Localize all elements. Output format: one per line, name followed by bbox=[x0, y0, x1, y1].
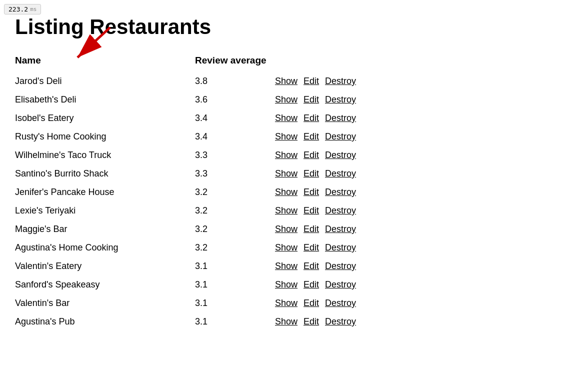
show-link[interactable]: Show bbox=[275, 242, 298, 253]
restaurant-name: Wilhelmine's Taco Truck bbox=[15, 146, 195, 164]
show-link[interactable]: Show bbox=[275, 224, 298, 234]
destroy-link[interactable]: Destroy bbox=[325, 94, 356, 105]
restaurant-actions: ShowEditDestroy bbox=[275, 220, 547, 238]
show-link[interactable]: Show bbox=[275, 280, 298, 290]
restaurant-name: Valentin's Bar bbox=[15, 294, 195, 312]
performance-badge: 223.2 ms bbox=[4, 4, 41, 14]
restaurant-name: Jarod's Deli bbox=[15, 72, 195, 90]
restaurant-actions: ShowEditDestroy bbox=[275, 257, 547, 276]
edit-link[interactable]: Edit bbox=[304, 280, 319, 290]
restaurant-review-average: 3.2 bbox=[195, 238, 275, 257]
restaurant-review-average: 3.6 bbox=[195, 90, 275, 109]
edit-link[interactable]: Edit bbox=[304, 261, 319, 272]
edit-link[interactable]: Edit bbox=[304, 206, 319, 216]
table-row: Agustina's Home Cooking3.2ShowEditDestro… bbox=[15, 238, 547, 257]
restaurant-review-average: 3.1 bbox=[195, 257, 275, 276]
table-row: Jenifer's Pancake House3.2ShowEditDestro… bbox=[15, 183, 547, 202]
table-row: Wilhelmine's Taco Truck3.3ShowEditDestro… bbox=[15, 146, 547, 164]
restaurant-actions: ShowEditDestroy bbox=[275, 146, 547, 164]
edit-link[interactable]: Edit bbox=[304, 94, 319, 105]
restaurant-review-average: 3.1 bbox=[195, 312, 275, 331]
restaurant-actions: ShowEditDestroy bbox=[275, 202, 547, 220]
destroy-link[interactable]: Destroy bbox=[325, 280, 356, 290]
show-link[interactable]: Show bbox=[275, 206, 298, 216]
restaurant-actions: ShowEditDestroy bbox=[275, 312, 547, 331]
table-row: Maggie's Bar3.2ShowEditDestroy bbox=[15, 220, 547, 238]
column-header-review: Review average bbox=[195, 51, 275, 72]
edit-link[interactable]: Edit bbox=[304, 150, 319, 160]
table-row: Lexie's Teriyaki3.2ShowEditDestroy bbox=[15, 202, 547, 220]
destroy-link[interactable]: Destroy bbox=[325, 187, 356, 198]
show-link[interactable]: Show bbox=[275, 298, 298, 308]
edit-link[interactable]: Edit bbox=[304, 168, 319, 179]
show-link[interactable]: Show bbox=[275, 150, 298, 160]
show-link[interactable]: Show bbox=[275, 316, 298, 327]
table-row: Santino's Burrito Shack3.3ShowEditDestro… bbox=[15, 164, 547, 183]
perf-value: 223.2 bbox=[8, 6, 28, 13]
table-row: Sanford's Speakeasy3.1ShowEditDestroy bbox=[15, 276, 547, 294]
column-header-name: Name bbox=[15, 51, 195, 72]
show-link[interactable]: Show bbox=[275, 187, 298, 198]
restaurant-actions: ShowEditDestroy bbox=[275, 294, 547, 312]
show-link[interactable]: Show bbox=[275, 76, 298, 86]
destroy-link[interactable]: Destroy bbox=[325, 298, 356, 308]
show-link[interactable]: Show bbox=[275, 168, 298, 179]
edit-link[interactable]: Edit bbox=[304, 187, 319, 198]
edit-link[interactable]: Edit bbox=[304, 224, 319, 234]
destroy-link[interactable]: Destroy bbox=[325, 316, 356, 327]
table-row: Rusty's Home Cooking3.4ShowEditDestroy bbox=[15, 128, 547, 146]
restaurant-name: Maggie's Bar bbox=[15, 220, 195, 238]
destroy-link[interactable]: Destroy bbox=[325, 113, 356, 124]
table-row: Agustina's Pub3.1ShowEditDestroy bbox=[15, 312, 547, 331]
show-link[interactable]: Show bbox=[275, 261, 298, 272]
restaurant-actions: ShowEditDestroy bbox=[275, 109, 547, 128]
restaurant-actions: ShowEditDestroy bbox=[275, 90, 547, 109]
destroy-link[interactable]: Destroy bbox=[325, 224, 356, 234]
restaurant-actions: ShowEditDestroy bbox=[275, 238, 547, 257]
edit-link[interactable]: Edit bbox=[304, 242, 319, 253]
destroy-link[interactable]: Destroy bbox=[325, 261, 356, 272]
table-row: Valentin's Bar3.1ShowEditDestroy bbox=[15, 294, 547, 312]
restaurant-review-average: 3.1 bbox=[195, 294, 275, 312]
restaurant-name: Valentin's Eatery bbox=[15, 257, 195, 276]
restaurant-actions: ShowEditDestroy bbox=[275, 72, 547, 90]
show-link[interactable]: Show bbox=[275, 113, 298, 124]
restaurant-actions: ShowEditDestroy bbox=[275, 128, 547, 146]
show-link[interactable]: Show bbox=[275, 94, 298, 105]
restaurant-review-average: 3.4 bbox=[195, 109, 275, 128]
restaurant-name: Agustina's Home Cooking bbox=[15, 238, 195, 257]
edit-link[interactable]: Edit bbox=[304, 113, 319, 124]
restaurant-name: Sanford's Speakeasy bbox=[15, 276, 195, 294]
edit-link[interactable]: Edit bbox=[304, 76, 319, 86]
table-row: Elisabeth's Deli3.6ShowEditDestroy bbox=[15, 90, 547, 109]
restaurant-review-average: 3.2 bbox=[195, 202, 275, 220]
show-link[interactable]: Show bbox=[275, 132, 298, 142]
restaurant-name: Isobel's Eatery bbox=[15, 109, 195, 128]
restaurant-actions: ShowEditDestroy bbox=[275, 164, 547, 183]
restaurant-review-average: 3.1 bbox=[195, 276, 275, 294]
restaurant-review-average: 3.3 bbox=[195, 146, 275, 164]
destroy-link[interactable]: Destroy bbox=[325, 206, 356, 216]
restaurant-name: Rusty's Home Cooking bbox=[15, 128, 195, 146]
restaurant-review-average: 3.2 bbox=[195, 183, 275, 202]
destroy-link[interactable]: Destroy bbox=[325, 132, 356, 142]
page-title: Listing Restaurants bbox=[15, 15, 547, 39]
restaurant-name: Jenifer's Pancake House bbox=[15, 183, 195, 202]
destroy-link[interactable]: Destroy bbox=[325, 76, 356, 86]
destroy-link[interactable]: Destroy bbox=[325, 242, 356, 253]
table-row: Isobel's Eatery3.4ShowEditDestroy bbox=[15, 109, 547, 128]
table-row: Jarod's Deli3.8ShowEditDestroy bbox=[15, 72, 547, 90]
destroy-link[interactable]: Destroy bbox=[325, 150, 356, 160]
edit-link[interactable]: Edit bbox=[304, 316, 319, 327]
restaurant-actions: ShowEditDestroy bbox=[275, 183, 547, 202]
restaurants-table: Name Review average Jarod's Deli3.8ShowE… bbox=[15, 51, 547, 331]
restaurant-name: Lexie's Teriyaki bbox=[15, 202, 195, 220]
restaurant-review-average: 3.8 bbox=[195, 72, 275, 90]
table-row: Valentin's Eatery3.1ShowEditDestroy bbox=[15, 257, 547, 276]
restaurant-name: Agustina's Pub bbox=[15, 312, 195, 331]
restaurant-review-average: 3.4 bbox=[195, 128, 275, 146]
edit-link[interactable]: Edit bbox=[304, 132, 319, 142]
destroy-link[interactable]: Destroy bbox=[325, 168, 356, 179]
restaurant-review-average: 3.2 bbox=[195, 220, 275, 238]
edit-link[interactable]: Edit bbox=[304, 298, 319, 308]
